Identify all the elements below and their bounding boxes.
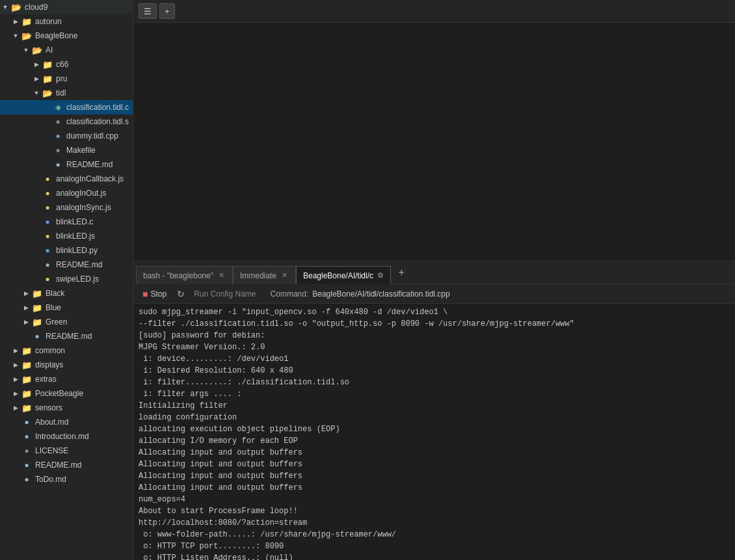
folder-icon: 📁: [42, 60, 53, 70]
terminal-output: sudo mjpg_streamer -i "input_opencv.so -…: [133, 304, 735, 560]
tab-close-button[interactable]: ✕: [217, 271, 226, 280]
tree-item-label: Makefile: [66, 146, 96, 155]
tree-item-Introduction.md[interactable]: ●Introduction.md: [0, 429, 133, 444]
arrow-icon: ▼: [0, 4, 10, 10]
add-terminal-button[interactable]: +: [394, 265, 409, 280]
output-line: Allocating input and output buffers: [139, 482, 730, 494]
file-js-icon: ●: [42, 232, 53, 241]
tree-item-autorun[interactable]: ▶📁autorun: [0, 14, 133, 29]
tree-item-ToDo.md[interactable]: ●ToDo.md: [0, 472, 133, 487]
tree-item-analogInOut.js[interactable]: ●analogInOut.js: [0, 186, 133, 200]
tree-item-label: Blue: [46, 303, 61, 312]
output-line: allocating execution object pipelines (E…: [139, 423, 730, 435]
tree-item-LICENSE[interactable]: ●LICENSE: [0, 444, 133, 458]
tree-item-label: BeagleBone: [35, 31, 77, 40]
arrow-icon: ▶: [31, 61, 42, 68]
tree-item-blinkLED.js[interactable]: ●blinkLED.js: [0, 229, 133, 243]
tree-item-label: analogInOut.js: [56, 189, 106, 198]
tree-item-dummy.tidl.cpp[interactable]: ●dummy.tidl.cpp: [0, 129, 133, 143]
tree-item-README.md4[interactable]: ●README.md: [0, 458, 133, 472]
tree-item-sensors[interactable]: ▶📁sensors: [0, 401, 133, 415]
file-tidl-icon: ◈: [52, 103, 64, 112]
terminal-tab-beaglebone-ai[interactable]: BeagleBone/AI/tidl/c⚙: [296, 266, 391, 284]
terminal-tab-bash[interactable]: bash - "beaglebone"✕: [136, 266, 233, 284]
tree-item-classification.tidl.c[interactable]: ◈classification.tidl.c: [0, 100, 133, 114]
output-line: Allocating input and output buffers: [139, 470, 730, 482]
folder-icon: 📂: [42, 88, 53, 98]
gear-icon[interactable]: ⚙: [377, 271, 384, 280]
tree-item-Green[interactable]: ▶📁Green: [0, 315, 133, 329]
tree-item-label: classification.tidl.s: [66, 117, 129, 126]
terminal-section: bash - "beaglebone"✕Immediate✕BeagleBone…: [133, 261, 735, 560]
tree-item-extras[interactable]: ▶📁extras: [0, 372, 133, 386]
folder-icon: 📁: [21, 17, 33, 27]
tree-item-label: swipeLED.js: [56, 274, 99, 284]
tab-close-button[interactable]: ✕: [280, 271, 289, 280]
arrow-icon: ▶: [10, 362, 21, 368]
add-button[interactable]: +: [159, 3, 175, 19]
tree-item-blinkLED.c[interactable]: ●blinkLED.c: [0, 215, 133, 229]
tree-item-label: Green: [46, 317, 67, 327]
tree-item-displays[interactable]: ▶📁displays: [0, 358, 133, 372]
tree-item-Black[interactable]: ▶📁Black: [0, 286, 133, 300]
tree-item-cloud9[interactable]: ▼📂cloud9: [0, 0, 133, 14]
tree-item-About.md[interactable]: ●About.md: [0, 415, 133, 429]
editor-toolbar: ☰ +: [133, 0, 735, 23]
output-line: MJPG Streamer Version.: 2.0: [139, 341, 730, 353]
tab-label: Immediate: [240, 271, 276, 280]
terminal-tab-immediate[interactable]: Immediate✕: [233, 266, 296, 284]
tree-item-Blue[interactable]: ▶📁Blue: [0, 300, 133, 315]
file-md-icon: ●: [42, 260, 53, 269]
tree-item-label: blinkLED.c: [56, 217, 93, 226]
folder-icon: 📁: [21, 346, 33, 356]
terminal-tabs: bash - "beaglebone"✕Immediate✕BeagleBone…: [133, 261, 735, 284]
tree-item-README.md3[interactable]: ●README.md: [0, 329, 133, 343]
file-tree: ▼📂cloud9▶📁autorun▼📂BeagleBone▼📂AI▶📁c66▶📁…: [0, 0, 133, 560]
run-button[interactable]: Run Config Name: [191, 288, 258, 300]
tree-item-README.md2[interactable]: ●README.md: [0, 258, 133, 272]
tree-item-label: Introduction.md: [35, 432, 89, 441]
tree-item-label: PocketBeagle: [35, 389, 83, 398]
output-line: http://localhost:8080/?action=stream: [139, 517, 730, 529]
list-view-button[interactable]: ☰: [139, 3, 157, 19]
main-panel: ☰ + bash - "beaglebone"✕Immediate✕Beagle…: [133, 0, 735, 560]
tree-item-swipeLED.js[interactable]: ●swipeLED.js: [0, 272, 133, 286]
tree-item-BeagleBone[interactable]: ▼📂BeagleBone: [0, 29, 133, 43]
tree-item-label: analogInCallback.js: [56, 174, 124, 183]
file-md-icon: ●: [21, 460, 33, 470]
file-generic-icon: ●: [52, 146, 64, 155]
tree-item-label: LICENSE: [35, 446, 68, 455]
tree-item-tidl[interactable]: ▼📂tidl: [0, 86, 133, 100]
tree-item-label: c66: [56, 60, 68, 69]
tree-item-pru[interactable]: ▶📁pru: [0, 72, 133, 86]
folder-icon: 📁: [31, 289, 43, 299]
tree-item-label: README.md: [56, 260, 102, 269]
output-line: o: HTTP TCP port........: 8090: [139, 540, 730, 552]
tree-item-README.md[interactable]: ●README.md: [0, 157, 133, 172]
tree-item-PocketBeagle[interactable]: ▶📁PocketBeagle: [0, 386, 133, 401]
output-line: loading configuration: [139, 412, 730, 423]
stop-button[interactable]: ■ Stop: [139, 287, 170, 300]
reload-button[interactable]: ↻: [174, 287, 187, 300]
output-line: o: HTTP Listen Address..: (null): [139, 552, 730, 560]
tree-item-analogInCallback.js[interactable]: ●analogInCallback.js: [0, 172, 133, 186]
tree-item-classification.tidl.s[interactable]: ●classification.tidl.s: [0, 114, 133, 129]
tree-item-label: displays: [35, 360, 63, 369]
arrow-icon: ▶: [21, 319, 31, 325]
output-line: i: filter.........: ./classification.tid…: [139, 377, 730, 388]
tree-item-common[interactable]: ▶📁common: [0, 343, 133, 358]
file-js-icon: ●: [42, 189, 53, 198]
tree-item-label: extras: [35, 375, 57, 384]
tree-item-blinkLED.py[interactable]: ●blinkLED.py: [0, 243, 133, 258]
arrow-icon: ▶: [10, 390, 21, 397]
tree-item-analogInSync.js[interactable]: ●analogInSync.js: [0, 200, 133, 215]
tree-item-c66[interactable]: ▶📁c66: [0, 57, 133, 72]
folder-icon: 📁: [31, 303, 43, 313]
tree-item-AI[interactable]: ▼📂AI: [0, 43, 133, 57]
tree-item-Makefile[interactable]: ●Makefile: [0, 143, 133, 157]
tab-label: bash - "beaglebone": [143, 271, 213, 280]
command-value: BeagleBone/AI/tidl/classification.tidl.c…: [312, 289, 449, 299]
arrow-icon: ▼: [21, 47, 31, 53]
tree-item-label: analogInSync.js: [56, 203, 111, 212]
folder-icon: 📂: [31, 46, 43, 55]
